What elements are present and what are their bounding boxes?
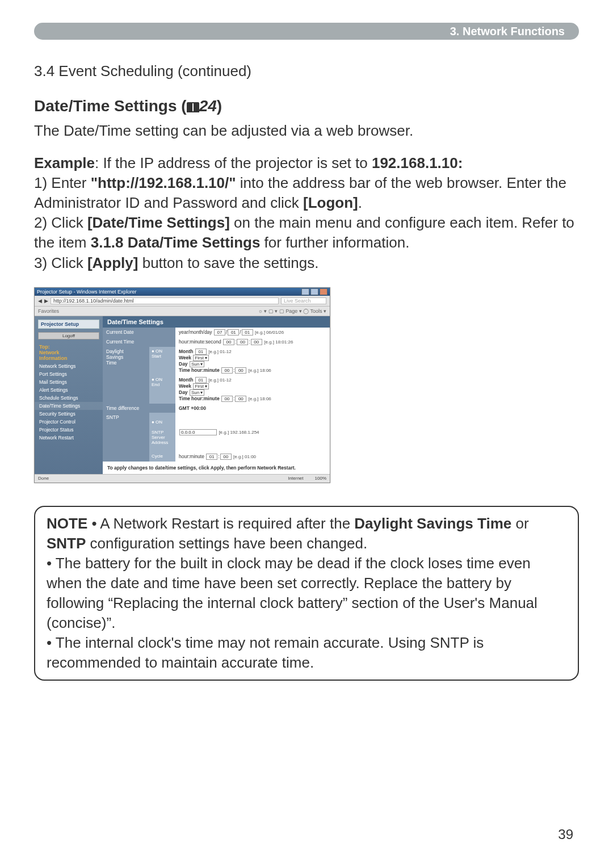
dst-start-time-l: Time hour:minute [179, 367, 220, 373]
maximize-icon[interactable] [310, 288, 318, 295]
logoff-button[interactable]: Logoff [38, 332, 99, 339]
browser-toolbar: ◀ ▶ http://192.168.1.10/admin/date.html … [35, 296, 330, 307]
sntp-cycle-hh[interactable]: 01 [206, 454, 217, 460]
nav-back-icon[interactable]: ◀ [38, 298, 42, 304]
example-ip: 192.168.1.10: [372, 154, 463, 171]
step2-ref: 3.1.8 Data/Time Settings [91, 234, 261, 251]
dst-end-hh[interactable]: 00 [221, 396, 233, 402]
step3-btn: [Apply] [87, 254, 138, 271]
sidebar-item-alert-settings[interactable]: Alert Settings [35, 386, 103, 394]
panel-title: Date/Time Settings [103, 316, 330, 328]
dst-end-month-l: Month [179, 377, 194, 383]
sidebar-item-network-settings[interactable]: Network Settings [35, 362, 103, 370]
date-year[interactable]: 07 [214, 329, 225, 336]
timediff-gmt[interactable]: GMT +00:00 [179, 405, 206, 411]
dst-end-time-l: Time hour:minute [179, 396, 220, 401]
note-l3: • The internal clock's time may not rema… [47, 634, 484, 671]
dst-start-hh[interactable]: 00 [221, 367, 233, 374]
subsection-prefix: Date/Time Settings ( [34, 97, 187, 115]
note-box: NOTE • A Network Restart is required aft… [34, 506, 579, 681]
time-sec[interactable]: 00 [251, 339, 262, 345]
sntp-addr-l: SNTP Server Address [152, 430, 173, 445]
step1-a: 1) Enter [34, 174, 91, 191]
dst-start-month[interactable]: 01 [195, 349, 207, 355]
main-panel: Date/Time Settings Current Date year/mon… [103, 316, 330, 474]
close-icon[interactable] [320, 288, 328, 295]
time-min[interactable]: 00 [237, 339, 248, 345]
dst-end-time-eg: [e.g.] 18:06 [249, 396, 271, 401]
step-3: 3) Click [Apply] button to save the sett… [34, 253, 579, 273]
subsection-ref: 24 [199, 97, 217, 115]
sidebar-item-port-settings[interactable]: Port Settings [35, 370, 103, 378]
step1-btn: [Logon] [303, 194, 358, 211]
status-left: Done [38, 476, 49, 481]
page-number: 39 [558, 827, 573, 842]
address-bar[interactable]: http://192.168.1.10/admin/date.html [51, 297, 279, 304]
sidebar-item-projector-control[interactable]: Projector Control [35, 418, 103, 426]
time-hour[interactable]: 00 [223, 339, 234, 345]
sidebar-item-datetime-settings[interactable]: Date/Time Settings [35, 402, 103, 410]
step1-url: "http://192.168.1.10/" [91, 174, 236, 191]
sidebar-item-projector-status[interactable]: Projector Status [35, 426, 103, 434]
sntp-cycle-mm[interactable]: 00 [220, 454, 232, 460]
example-line: Example: If the IP address of the projec… [34, 153, 579, 173]
current-date-eg: [e.g.] 06/01/26 [255, 330, 284, 335]
dst-end-mm[interactable]: 00 [235, 396, 246, 402]
dst-start-mm[interactable]: 00 [235, 367, 246, 374]
note-l1a: • A Network Restart is required after th… [87, 515, 354, 532]
dst-end-week-l: Week [179, 383, 191, 389]
browser-toolbar2: Favorites ☼ ▾ ▢ ▾ ▢ Page ▾ ◯ Tools ▾ [35, 307, 330, 316]
dst-on-radio[interactable]: ● ON [152, 349, 173, 354]
note-l1c: or [511, 515, 528, 532]
dst-start-day[interactable]: Sun ▾ [190, 361, 204, 367]
dst-end-week[interactable]: First ▾ [193, 383, 209, 389]
sidebar-item-schedule-settings[interactable]: Schedule Settings [35, 394, 103, 402]
current-time-hint: hour:minute:second [179, 339, 221, 345]
status-zoom: 100% [315, 476, 326, 481]
sidebar-item-security-settings[interactable]: Security Settings [35, 410, 103, 418]
minimize-icon[interactable] [301, 288, 309, 295]
sntp-cycle-hint: hour:minute [179, 454, 204, 459]
example-text: : If the IP address of the projector is … [95, 154, 372, 171]
sntp-on-radio[interactable]: ● ON [152, 420, 173, 425]
current-date-label: Current Date [103, 328, 175, 337]
dst-start-month-eg: [e.g.] 01-12 [208, 349, 231, 354]
sntp-addr[interactable]: 0.0.0.0 [179, 429, 217, 435]
step-2: 2) Click [Date/Time Settings] on the mai… [34, 213, 579, 253]
dst-start-month-l: Month [179, 349, 194, 354]
note-l1e: configuration settings have been changed… [86, 535, 367, 552]
tools-right[interactable]: ☼ ▾ ▢ ▾ ▢ Page ▾ ◯ Tools ▾ [258, 308, 326, 314]
intro-text: The Date/Time setting can be adjusted vi… [34, 121, 579, 141]
sntp-addr-eg: [e.g.] 192.168.1.254 [219, 430, 259, 435]
dst-end-day[interactable]: Sun ▾ [190, 389, 204, 396]
sidebar-item-mail-settings[interactable]: Mail Settings [35, 378, 103, 386]
date-month[interactable]: 01 [228, 329, 239, 336]
dst-end-day-l: Day [179, 389, 188, 395]
book-icon [187, 102, 199, 112]
search-box[interactable]: Live Search [281, 297, 326, 304]
current-time-eg: [e.g.] 18:01:26 [264, 339, 293, 345]
example-label: Example [34, 154, 95, 171]
dst-end-month[interactable]: 01 [195, 377, 207, 383]
step2-a: 2) Click [34, 214, 87, 231]
dst-end-month-eg: [e.g.] 01-12 [208, 378, 231, 383]
favorites-label[interactable]: Favorites [38, 308, 59, 314]
row-current-date: Current Date year/month/day 07/01/01 [e.… [103, 328, 330, 337]
apply-instruction: To apply changes to date/time settings, … [103, 462, 330, 474]
settings-table: Current Date year/month/day 07/01/01 [e.… [103, 328, 330, 462]
window-title: Projector Setup - Windows Internet Explo… [37, 289, 137, 295]
sntp-label: SNTP [103, 413, 149, 462]
date-day[interactable]: 01 [242, 329, 253, 336]
step1-c: . [358, 194, 362, 211]
nav-fwd-icon[interactable]: ▶ [44, 298, 48, 304]
window-titlebar: Projector Setup - Windows Internet Explo… [35, 288, 330, 296]
sidebar-item-network-restart[interactable]: Network Restart [35, 434, 103, 442]
row-timediff: Time difference GMT +00:00 [103, 404, 330, 413]
dst-start-week[interactable]: First ▾ [193, 355, 209, 361]
dst-end-label: End [152, 382, 173, 387]
window-controls [301, 288, 328, 295]
note-dst: Daylight Savings Time [354, 515, 511, 532]
row-sntp: SNTP ● ON SNTP Server Address 0.0.0.0 [e… [103, 413, 330, 452]
dst-on-radio2[interactable]: ● ON [152, 377, 173, 382]
status-zone: Internet [288, 476, 303, 481]
